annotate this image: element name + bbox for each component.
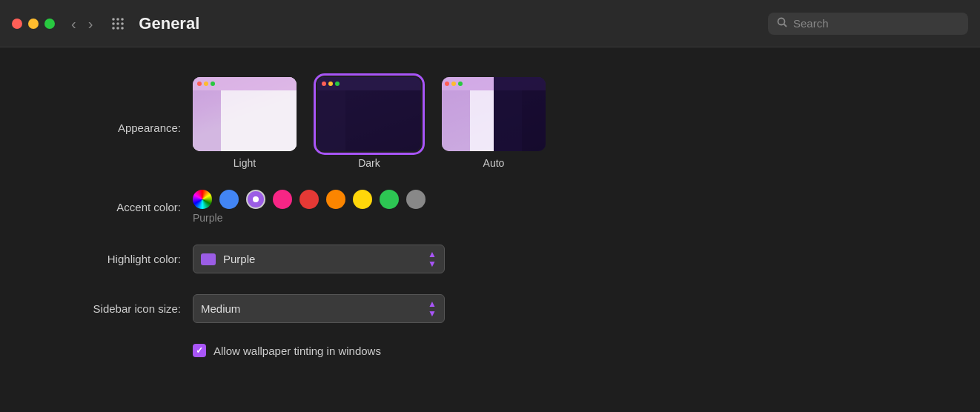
appearance-name-auto: Auto	[483, 157, 505, 169]
highlight-color-row: Highlight color: Purple ▲ ▼	[44, 245, 936, 273]
svg-point-0	[113, 18, 116, 21]
wallpaper-tinting-label: Allow wallpaper tinting in windows	[213, 345, 381, 357]
svg-point-1	[117, 18, 120, 21]
accent-color-label: Accent color:	[44, 201, 193, 213]
sidebar-icon-size-value: Medium	[201, 302, 240, 315]
swatch-red[interactable]	[299, 190, 319, 209]
arrow-down-icon: ▼	[428, 259, 437, 268]
thumb-dot-yellow-dark	[328, 82, 333, 86]
svg-point-9	[778, 18, 785, 24]
highlight-color-select[interactable]: Purple ▲ ▼	[193, 245, 445, 273]
thumb-sidebar-light	[193, 90, 221, 151]
appearance-name-dark: Dark	[358, 157, 380, 169]
appearance-option-auto[interactable]: Auto	[442, 77, 546, 169]
sidebar-icon-size-row: Sidebar icon size: Medium ▲ ▼	[44, 294, 936, 323]
minimize-button[interactable]	[28, 19, 39, 29]
back-button[interactable]: ‹	[67, 15, 81, 33]
thumb-dot-yellow-auto	[451, 82, 456, 86]
thumb-dot-red-dark	[322, 82, 326, 86]
arrow-up-icon: ▲	[428, 250, 437, 259]
thumb-dot-yellow-light	[204, 82, 208, 86]
swatch-blue[interactable]	[219, 190, 239, 209]
search-input[interactable]	[793, 17, 959, 30]
swatch-pink[interactable]	[273, 190, 292, 209]
swatch-green[interactable]	[380, 190, 399, 209]
main-content: Appearance: Light	[0, 47, 980, 387]
appearance-label: Appearance:	[44, 77, 193, 134]
thumb-dot-red-auto	[445, 82, 449, 86]
thumb-dot-green-auto	[458, 82, 463, 86]
arrow-up-icon-2: ▲	[428, 299, 437, 308]
appearance-option-dark[interactable]: Dark	[317, 77, 421, 169]
thumb-dot-green-dark	[335, 82, 340, 86]
swatch-yellow[interactable]	[353, 190, 372, 209]
highlight-color-select-left: Purple	[201, 253, 255, 265]
accent-selected-name: Purple	[193, 212, 426, 224]
checkmark-icon: ✓	[196, 345, 203, 356]
svg-point-7	[117, 27, 120, 30]
wallpaper-tinting-checkbox[interactable]: ✓	[193, 344, 206, 357]
thumb-sidebar-dark	[317, 90, 345, 151]
svg-point-4	[117, 22, 120, 25]
svg-point-5	[122, 22, 125, 25]
sidebar-icon-size-label: Sidebar icon size:	[44, 302, 193, 315]
arrow-down-icon-2: ▼	[428, 309, 437, 318]
thumb-dot-red-light	[197, 82, 202, 86]
swatch-orange[interactable]	[326, 190, 345, 209]
close-button[interactable]	[12, 19, 22, 29]
page-title: General	[139, 14, 759, 33]
appearance-thumb-light	[193, 77, 297, 151]
swatch-gray[interactable]	[406, 190, 426, 209]
highlight-color-arrows: ▲ ▼	[428, 250, 437, 268]
appearance-thumb-auto	[442, 77, 546, 151]
titlebar: ‹ › General	[0, 0, 980, 47]
appearance-options: Light Dark	[193, 77, 546, 169]
forward-button[interactable]: ›	[84, 15, 98, 33]
svg-point-3	[113, 22, 116, 25]
thumb-menubar-dark	[317, 77, 421, 90]
maximize-button[interactable]	[44, 19, 55, 29]
nav-arrows: ‹ ›	[67, 15, 97, 33]
thumb-dot-green-light	[211, 82, 215, 86]
sidebar-icon-size-select[interactable]: Medium ▲ ▼	[193, 294, 445, 323]
search-bar[interactable]	[768, 13, 968, 35]
thumb-content-light	[221, 90, 297, 151]
appearance-row: Appearance: Light	[44, 77, 936, 169]
highlight-color-value: Purple	[223, 253, 255, 265]
sidebar-icon-size-arrows: ▲ ▼	[428, 299, 437, 318]
wallpaper-tinting-row: ✓ Allow wallpaper tinting in windows	[193, 344, 936, 357]
grid-icon[interactable]	[110, 16, 125, 31]
appearance-thumb-dark	[317, 77, 421, 151]
highlight-color-label: Highlight color:	[44, 253, 193, 265]
accent-color-row: Accent color: Purple	[44, 190, 936, 224]
thumb-menubar-light	[193, 77, 297, 90]
search-icon	[777, 17, 787, 30]
svg-point-8	[122, 27, 125, 30]
svg-point-2	[122, 18, 125, 21]
swatch-purple[interactable]	[246, 190, 265, 209]
window-controls	[12, 19, 55, 29]
sidebar-icon-size-select-left: Medium	[201, 302, 240, 315]
appearance-name-light: Light	[234, 157, 256, 169]
appearance-option-light[interactable]: Light	[193, 77, 297, 169]
accent-color-section: Purple	[193, 190, 426, 224]
highlight-color-swatch	[201, 253, 216, 265]
svg-point-6	[113, 27, 116, 30]
svg-line-10	[784, 24, 787, 27]
color-swatches	[193, 190, 426, 209]
swatch-multicolor[interactable]	[193, 190, 212, 209]
thumb-content-dark	[345, 90, 421, 151]
